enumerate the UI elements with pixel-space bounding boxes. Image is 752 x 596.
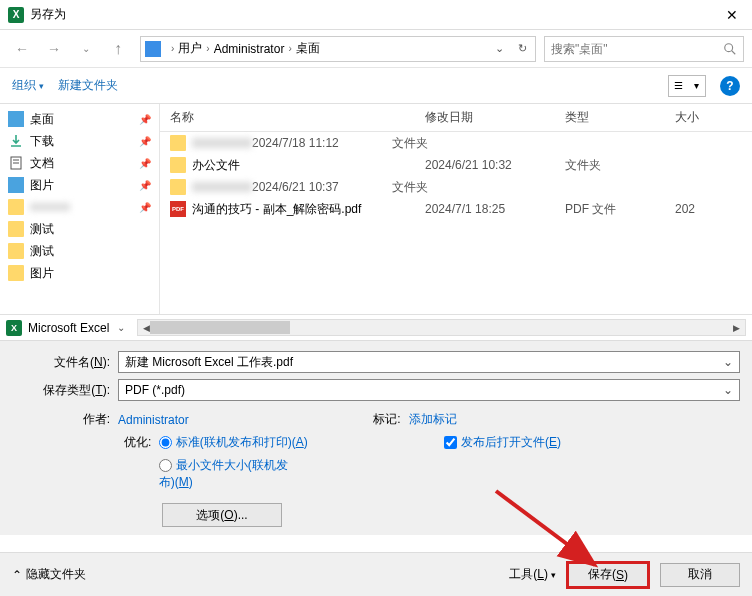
excel-location-label[interactable]: Microsoft Excel [28,321,109,335]
new-folder-button[interactable]: 新建文件夹 [58,77,118,94]
breadcrumb-item[interactable]: Administrator [214,42,285,56]
author-value[interactable]: Administrator [118,413,189,427]
filetype-select[interactable]: PDF (*.pdf) [118,379,740,401]
pin-icon: 📌 [139,158,151,169]
refresh-button[interactable]: ↻ [514,42,531,55]
pdf-icon: PDF [170,201,186,217]
filename-label: 文件名(N): [12,354,118,371]
view-toggle[interactable]: ☰ ▾ [668,75,706,97]
document-icon [8,155,24,171]
file-date: 2024/7/18 11:12 [252,136,392,150]
file-date: 2024/7/1 18:25 [425,202,565,216]
folder-icon [170,179,186,195]
svg-line-1 [732,50,736,54]
folder-icon [8,265,24,281]
pin-icon: 📌 [139,136,151,147]
sidebar-item-folder[interactable]: 📌 [0,196,159,218]
chevron-right-icon: › [206,43,209,54]
svg-point-0 [725,43,733,51]
desktop-icon [8,111,24,127]
optimize-standard-radio[interactable]: 标准(联机发布和打印)(A) [159,434,308,451]
file-list-header: 名称 修改日期 类型 大小 [160,104,752,132]
save-button[interactable]: 保存(S) [566,561,650,589]
column-name[interactable]: 名称 [170,109,425,126]
title-bar: X 另存为 ✕ [0,0,752,30]
chevron-up-icon: ⌃ [12,568,22,582]
breadcrumb[interactable]: › 用户 › Administrator › 桌面 ⌄ ↻ [140,36,536,62]
main-area: 桌面📌 下载📌 文档📌 图片📌 📌 测试 测试 图片 名称 修改日期 类型 大小… [0,104,752,314]
excel-icon: X [8,7,24,23]
file-type: 文件夹 [392,135,502,152]
options-button[interactable]: 选项(O)... [162,503,282,527]
recent-dropdown[interactable]: ⌄ [72,35,100,63]
open-after-checkbox[interactable]: 发布后打开文件(E) [444,434,561,497]
close-button[interactable]: ✕ [712,0,752,30]
file-row[interactable]: 2024/7/18 11:12文件夹 [160,132,752,154]
folder-icon [170,157,186,173]
view-list-icon[interactable]: ☰ [669,76,687,96]
breadcrumb-item[interactable]: 用户 [178,40,202,57]
column-date[interactable]: 修改日期 [425,109,565,126]
optimize-minimum-radio[interactable]: 最小文件大小(联机发布)(M) [159,457,308,491]
filetype-label: 保存类型(T): [12,382,118,399]
file-row[interactable]: 办公文件2024/6/21 10:32文件夹 [160,154,752,176]
toolbar: 组织▾ 新建文件夹 ☰ ▾ ? [0,68,752,104]
sidebar-item-folder[interactable]: 测试 [0,218,159,240]
pin-icon: 📌 [139,180,151,191]
file-date: 2024/6/21 10:37 [252,180,392,194]
pin-icon: 📌 [139,114,151,125]
folder-icon [170,135,186,151]
sidebar-item-desktop[interactable]: 桌面📌 [0,108,159,130]
sidebar-item-downloads[interactable]: 下载📌 [0,130,159,152]
file-type: 文件夹 [565,157,675,174]
location-icon [145,41,161,57]
breadcrumb-dropdown[interactable]: ⌄ [491,42,508,55]
scroll-right-icon[interactable]: ▶ [728,320,745,335]
file-date: 2024/6/21 10:32 [425,158,565,172]
file-row[interactable]: 2024/6/21 10:37文件夹 [160,176,752,198]
sidebar-item-documents[interactable]: 文档📌 [0,152,159,174]
horizontal-scrollbar[interactable]: ◀ ▶ [137,319,746,336]
breadcrumb-item[interactable]: 桌面 [296,40,320,57]
search-input[interactable] [551,42,723,56]
file-row[interactable]: PDF沟通的技巧 - 副本_解除密码.pdf2024/7/1 18:25PDF … [160,198,752,220]
file-name: 沟通的技巧 - 副本_解除密码.pdf [192,201,425,218]
view-dropdown-icon[interactable]: ▾ [687,76,705,96]
sidebar: 桌面📌 下载📌 文档📌 图片📌 📌 测试 测试 图片 [0,104,160,314]
sidebar-item-pictures[interactable]: 图片📌 [0,174,159,196]
tools-menu[interactable]: 工具(L)▾ [509,566,556,583]
chevron-down-icon[interactable]: ⌄ [117,322,125,333]
filename-input[interactable]: 新建 Microsoft Excel 工作表.pdf [118,351,740,373]
search-box[interactable] [544,36,744,62]
folder-icon [8,221,24,237]
up-button[interactable]: ↑ [104,35,132,63]
file-name: 办公文件 [192,157,425,174]
scrollbar-thumb[interactable] [150,321,290,334]
column-type[interactable]: 类型 [565,109,675,126]
nav-bar: ← → ⌄ ↑ › 用户 › Administrator › 桌面 ⌄ ↻ [0,30,752,68]
hide-folders-toggle[interactable]: ⌃隐藏文件夹 [12,566,86,583]
file-type: PDF 文件 [565,201,675,218]
file-type: 文件夹 [392,179,502,196]
column-size[interactable]: 大小 [675,109,752,126]
picture-icon [8,177,24,193]
sidebar-item-folder[interactable]: 测试 [0,240,159,262]
help-icon[interactable]: ? [720,76,740,96]
tags-value[interactable]: 添加标记 [409,411,457,428]
chevron-right-icon: › [171,43,174,54]
sidebar-item-folder[interactable]: 图片 [0,262,159,284]
search-icon [723,42,737,56]
tags-label: 标记: [369,411,409,428]
folder-icon [8,243,24,259]
optimize-label: 优化: [124,434,151,451]
chevron-right-icon: › [288,43,291,54]
excel-icon: X [6,320,22,336]
file-name [192,138,252,148]
back-button[interactable]: ← [8,35,36,63]
file-name [192,182,252,192]
cancel-button[interactable]: 取消 [660,563,740,587]
folder-icon [8,199,24,215]
organize-menu[interactable]: 组织▾ [12,77,44,94]
file-size: 202 [675,202,695,216]
forward-button[interactable]: → [40,35,68,63]
